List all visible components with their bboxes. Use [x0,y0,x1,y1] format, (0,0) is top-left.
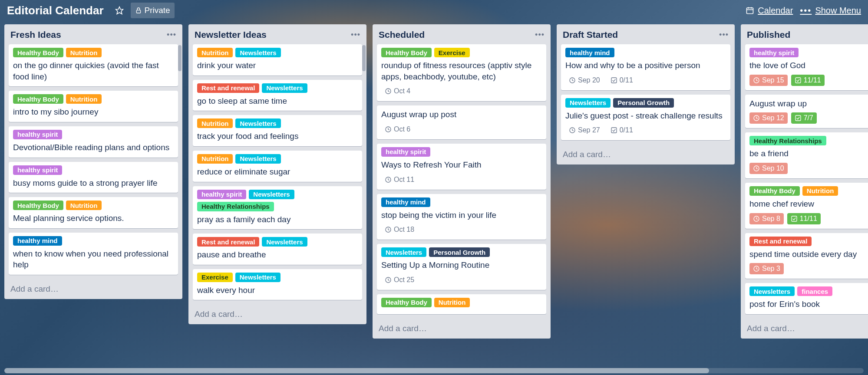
card[interactable]: healthy mindHow and why to be a positive… [561,44,730,90]
list-menu-button[interactable]: ••• [351,30,360,39]
label[interactable]: Nutrition [197,154,233,164]
label[interactable]: Nutrition [66,94,102,104]
list-menu-button[interactable]: ••• [535,30,545,39]
label[interactable]: Exercise [434,48,470,57]
card[interactable]: NutritionNewslettersreduce or eliminate … [193,151,362,182]
board-canvas[interactable]: Fresh Ideas•••Healthy BodyNutritionon th… [0,21,868,367]
card[interactable]: healthy mindstop being the victim in you… [377,194,546,240]
add-card-button[interactable]: Add a card… [373,319,551,339]
label[interactable]: Healthy Body [13,48,63,57]
card[interactable]: Healthy Relationshipsbe a friendSep 10 [745,132,868,178]
card[interactable]: NewslettersPersonal GrowthSetting Up a M… [377,244,546,290]
show-menu-link[interactable]: ••• Show Menu [800,6,861,16]
label[interactable]: healthy spirit [13,165,62,175]
list-scrollbar[interactable] [178,45,182,71]
label[interactable]: Healthy Body [13,94,63,104]
card[interactable]: Healthy BodyNutrition [377,294,546,314]
label[interactable]: Newsletters [235,154,281,164]
add-card-button[interactable]: Add a card… [4,280,182,299]
card[interactable]: ExerciseNewsletterswalk every hour [193,269,362,300]
due-date-badge: Sep 12 [749,112,788,124]
card[interactable]: Newslettersfinancespost for Erin's book [745,283,868,314]
label[interactable]: healthy mind [565,48,614,57]
card[interactable]: Healthy BodyNutritionMeal planning servi… [9,197,178,228]
label[interactable]: Newsletters [381,247,426,257]
card[interactable]: healthy spiritNewslettersHealthy Relatio… [193,186,362,230]
label[interactable]: Nutrition [197,118,233,128]
label[interactable]: Rest and renewal [197,83,259,93]
label[interactable]: Nutrition [434,298,470,307]
card-labels: NewslettersPersonal Growth [381,247,542,257]
label[interactable]: healthy spirit [749,48,799,57]
label[interactable]: Newsletters [235,118,281,128]
label[interactable]: healthy mind [13,236,62,246]
list-title[interactable]: Draft Started [563,30,719,40]
card[interactable]: NutritionNewsletterstrack your food and … [193,115,362,146]
label[interactable]: finances [797,286,832,296]
star-button[interactable] [111,3,128,18]
label[interactable]: healthy spirit [197,190,246,199]
list-title[interactable]: Scheduled [379,30,535,40]
label[interactable]: healthy spirit [13,130,62,139]
label[interactable]: Newsletters [262,83,307,93]
clock-icon [753,265,760,272]
label[interactable]: Healthy Relationships [197,202,274,211]
label[interactable]: Personal Growth [613,98,674,108]
label[interactable]: Personal Growth [429,247,490,257]
card[interactable]: healthy spiritDevotional/Bible reading p… [9,126,178,158]
label[interactable]: Newsletters [249,190,294,199]
list-title[interactable]: Fresh Ideas [10,30,167,40]
card[interactable]: healthy mindwhen to know when you need p… [9,233,178,275]
list-menu-button[interactable]: ••• [167,30,176,39]
card[interactable]: healthy spiritthe love of GodSep 1511/11 [745,44,868,90]
label[interactable]: Newsletters [235,48,281,57]
card[interactable]: Healthy BodyNutritionintro to my sibo jo… [9,91,178,122]
card-title: August wrap up [749,98,868,109]
label[interactable]: Rest and renewal [197,237,259,247]
add-card-button[interactable]: Add a card… [188,305,366,324]
label[interactable]: Nutrition [197,48,233,57]
label[interactable]: Newsletters [235,273,281,282]
label[interactable]: Healthy Body [381,298,432,307]
card[interactable]: Rest and renewalNewsletterspause and bre… [193,234,362,265]
list-scrollbar[interactable] [362,45,366,71]
card[interactable]: NutritionNewslettersdrink your water [193,44,362,76]
badge-text: 0/11 [620,126,633,134]
horizontal-scrollbar-thumb[interactable] [4,368,709,373]
list-title[interactable]: Newsletter Ideas [195,30,351,40]
card-badges: Oct 4 [381,86,542,97]
card[interactable]: healthy spiritWays to Refresh Your Faith… [377,144,546,190]
card[interactable]: NewslettersPersonal GrowthJulie's guest … [561,95,730,141]
add-card-button[interactable]: Add a card… [557,145,735,164]
label[interactable]: Nutrition [66,48,102,57]
card-title: Meal planning service options. [13,213,174,224]
card[interactable]: Healthy BodyNutritionon the go dinner qu… [9,44,178,86]
horizontal-scrollbar[interactable] [4,368,864,373]
card[interactable]: Rest and renewalspend time outside every… [745,233,868,279]
label[interactable]: Newsletters [565,98,611,108]
list-title[interactable]: Published [747,30,868,40]
list-menu-button[interactable]: ••• [719,30,729,39]
board-title[interactable]: Editorial Calendar [7,4,104,17]
add-card-button[interactable]: Add a card… [741,319,868,339]
card[interactable]: Rest and renewalNewslettersgo to sleep a… [193,80,362,111]
label[interactable]: Exercise [197,273,233,282]
calendar-link[interactable]: Calendar [746,6,793,16]
card[interactable]: August wrap upSep 127/7 [745,95,868,128]
label[interactable]: Healthy Body [749,186,800,196]
label[interactable]: Nutrition [802,186,838,196]
card[interactable]: August wrap up postOct 6 [377,105,546,139]
card[interactable]: Healthy BodyExerciseroundup of fitness r… [377,44,546,101]
privacy-button[interactable]: Private [131,3,175,18]
label[interactable]: Nutrition [66,201,102,210]
label[interactable]: Newsletters [749,286,795,296]
card[interactable]: Healthy BodyNutritionhome chef reviewSep… [745,183,868,229]
label[interactable]: Healthy Body [381,48,432,57]
label[interactable]: Newsletters [262,237,307,247]
label[interactable]: Healthy Body [13,201,63,210]
label[interactable]: Rest and renewal [749,237,812,246]
card[interactable]: healthy spiritbusy moms guide to a stron… [9,162,178,193]
label[interactable]: healthy spirit [381,147,430,157]
label[interactable]: healthy mind [381,197,430,207]
label[interactable]: Healthy Relationships [749,136,826,145]
